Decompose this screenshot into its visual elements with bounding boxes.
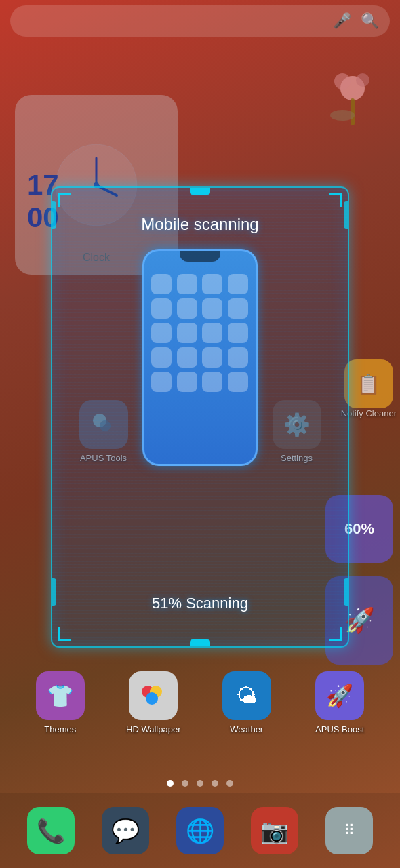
dock-app-drawer[interactable]: ⠿ (325, 807, 373, 854)
svg-point-4 (330, 110, 355, 121)
scan-progress-text: 51% Scanning (52, 595, 348, 612)
app-weather[interactable]: 🌤 Weather (209, 671, 284, 734)
page-dot-3[interactable] (212, 780, 218, 787)
page-dot-2[interactable] (197, 780, 203, 787)
bracket-bl (58, 627, 71, 641)
plant-decoration (325, 68, 380, 136)
app-hd-wallpaper[interactable]: HD Wallpaper (116, 671, 191, 734)
phone-app-grid (144, 267, 256, 399)
svg-point-1 (334, 73, 351, 90)
app-themes[interactable]: 👕 Themes (23, 671, 98, 734)
hd-wallpaper-label: HD Wallpaper (126, 724, 180, 734)
weather-label: Weather (230, 724, 263, 734)
phone-notch (180, 251, 220, 262)
page-dot-4[interactable] (226, 780, 233, 787)
weather-icon[interactable]: 🌤 (222, 671, 271, 720)
corner-top (190, 188, 210, 195)
dock-messages[interactable]: 💬 (102, 807, 149, 854)
bracket-br (329, 627, 342, 641)
search-bar[interactable]: 🎤 🔍 (10, 5, 390, 37)
page-indicators (0, 780, 400, 787)
page-dot-0[interactable] (167, 780, 174, 787)
bracket-tl (58, 193, 71, 207)
dock-browser[interactable]: 🌐 (176, 807, 224, 854)
apus-boost-icon[interactable]: 🚀 (315, 671, 364, 720)
scan-frame: Mobile scanning 51% Scanning (51, 186, 349, 648)
main-app-row: 👕 Themes HD Wallpaper 🌤 Weather 🚀 APUS B… (0, 671, 400, 734)
svg-point-2 (356, 73, 369, 87)
corner-bottom (190, 639, 210, 646)
dock-phone[interactable]: 📞 (27, 807, 75, 854)
themes-icon[interactable]: 👕 (36, 671, 85, 720)
search-icon[interactable]: 🔍 (361, 12, 379, 30)
page-dot-1[interactable] (182, 780, 188, 787)
app-apus-boost[interactable]: 🚀 APUS Boost (302, 671, 377, 734)
apus-boost-label: APUS Boost (315, 724, 364, 734)
dock: 📞 💬 🌐 📷 ⠿ (0, 793, 400, 868)
scan-overlay: Mobile scanning 51% Scanning (51, 186, 349, 648)
scan-title: Mobile scanning (52, 215, 348, 234)
hd-wallpaper-icon[interactable] (129, 671, 178, 720)
themes-label: Themes (44, 724, 76, 734)
mic-icon[interactable]: 🎤 (333, 12, 351, 30)
notify-cleaner-icon: 📋 (344, 359, 393, 408)
svg-point-13 (146, 692, 158, 705)
bracket-tr (329, 193, 342, 207)
phone-mockup (142, 249, 258, 466)
dock-camera[interactable]: 📷 (251, 807, 298, 854)
